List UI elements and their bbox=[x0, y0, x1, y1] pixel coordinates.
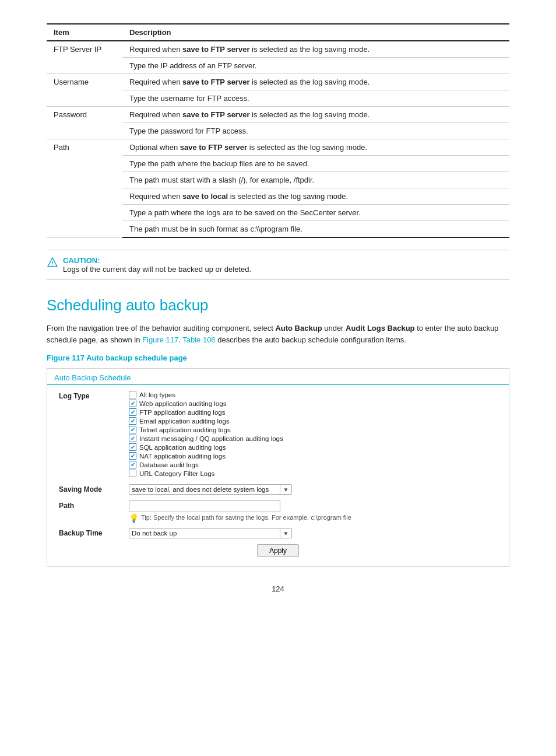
list-item[interactable]: ✔Email application auditing logs bbox=[129, 417, 497, 425]
table-desc-cell: Required when save to local is selected … bbox=[122, 188, 509, 205]
table-header-item: Item bbox=[47, 24, 122, 41]
table-desc-cell: Type the password for FTP access. bbox=[122, 123, 509, 139]
table-desc-cell: The path must start with a slash (/), fo… bbox=[122, 172, 509, 188]
list-item[interactable]: ✔Database audit logs bbox=[129, 461, 497, 468]
checkbox-label: All log types bbox=[139, 391, 175, 398]
checkbox-icon: ✔ bbox=[129, 461, 136, 468]
table-desc-cell: Type the IP address of an FTP server. bbox=[122, 58, 509, 74]
table-desc-cell: Optional when save to FTP server is sele… bbox=[122, 139, 509, 156]
figure-link[interactable]: Figure 117 bbox=[142, 335, 178, 344]
checkbox-icon bbox=[129, 470, 136, 477]
path-row: Path 💡 Tip: Specify the local path for s… bbox=[59, 501, 497, 522]
checkbox-label: URL Category Filter Logs bbox=[139, 470, 214, 477]
tip-label: Tip: Specify the local path for saving t… bbox=[141, 514, 351, 521]
table-row: UsernameRequired when save to FTP server… bbox=[47, 74, 509, 90]
checkbox-icon: ✔ bbox=[129, 452, 136, 460]
table-header-description: Description bbox=[122, 24, 509, 41]
section-body: From the navigation tree of the behavior… bbox=[47, 323, 509, 345]
caution-box: ! CAUTION: Logs of the current day will … bbox=[47, 250, 509, 280]
caution-icon: ! bbox=[47, 257, 58, 268]
table-desc-cell: Type the username for FTP access. bbox=[122, 90, 509, 107]
list-item[interactable]: ✔Web application auditing logs bbox=[129, 400, 497, 407]
checkbox-label: Database audit logs bbox=[139, 461, 199, 468]
figure-title: Figure 117 Auto backup schedule page bbox=[47, 354, 509, 362]
table-desc-cell: Type the path where the backup files are… bbox=[122, 156, 509, 172]
saving-mode-label: Saving Mode bbox=[59, 484, 129, 494]
backup-time-value: Do not back up bbox=[129, 528, 280, 538]
saving-mode-select[interactable]: save to local, and does not delete syste… bbox=[129, 484, 292, 495]
table-item-cell: Path bbox=[47, 139, 122, 238]
table-desc-cell: Required when save to FTP server is sele… bbox=[122, 74, 509, 90]
list-item[interactable]: ✔Instant messaging / QQ application audi… bbox=[129, 435, 497, 442]
log-type-label: Log Type bbox=[59, 391, 129, 400]
list-item[interactable]: ✔Telnet application auditing logs bbox=[129, 426, 497, 433]
list-item[interactable]: ✔NAT application auditing logs bbox=[129, 452, 497, 460]
checkbox-icon: ✔ bbox=[129, 443, 136, 451]
list-item[interactable]: ✔SQL application auditing logs bbox=[129, 443, 497, 451]
tip-text: 💡 Tip: Specify the local path for saving… bbox=[129, 514, 497, 522]
svg-text:!: ! bbox=[51, 261, 53, 267]
path-content: 💡 Tip: Specify the local path for saving… bbox=[129, 501, 497, 522]
table-item-cell: FTP Server IP bbox=[47, 41, 122, 74]
tip-icon: 💡 bbox=[129, 514, 139, 522]
saving-mode-row: Saving Mode save to local, and does not … bbox=[59, 484, 497, 495]
table-desc-cell: The path must be in such format as c:\\p… bbox=[122, 221, 509, 238]
checkbox-label: FTP application auditing logs bbox=[139, 409, 225, 416]
table-row: FTP Server IPRequired when save to FTP s… bbox=[47, 41, 509, 58]
table-desc-cell: Type a path where the logs are to be sav… bbox=[122, 205, 509, 221]
table-link[interactable]: Table 106 bbox=[182, 335, 215, 344]
backup-time-row: Backup Time Do not back up ▼ bbox=[59, 528, 497, 538]
checkbox-list: All log types✔Web application auditing l… bbox=[129, 391, 497, 477]
figure-box: Auto Backup Schedule Log Type All log ty… bbox=[47, 368, 509, 567]
saving-mode-value: save to local, and does not delete syste… bbox=[129, 485, 280, 494]
table-item-cell: Password bbox=[47, 107, 122, 139]
apply-row: Apply bbox=[59, 544, 497, 557]
checkbox-icon bbox=[129, 391, 136, 398]
list-item[interactable]: All log types bbox=[129, 391, 497, 398]
checkbox-icon: ✔ bbox=[129, 417, 136, 425]
apply-button[interactable]: Apply bbox=[257, 544, 299, 557]
description-table: Item Description FTP Server IPRequired w… bbox=[47, 23, 509, 238]
backup-time-label: Backup Time bbox=[59, 528, 129, 537]
caution-text: Logs of the current day will not be back… bbox=[63, 265, 251, 274]
table-desc-cell: Required when save to FTP server is sele… bbox=[122, 107, 509, 123]
path-label: Path bbox=[59, 501, 129, 510]
saving-mode-content: save to local, and does not delete syste… bbox=[129, 484, 497, 495]
checkbox-icon: ✔ bbox=[129, 426, 136, 433]
checkbox-label: Instant messaging / QQ application audit… bbox=[139, 435, 283, 442]
log-type-row: Log Type All log types✔Web application a… bbox=[59, 391, 497, 478]
table-desc-cell: Required when save to FTP server is sele… bbox=[122, 41, 509, 58]
section-heading: Scheduling auto backup bbox=[47, 296, 509, 314]
list-item[interactable]: URL Category Filter Logs bbox=[129, 470, 497, 477]
checkbox-label: Web application auditing logs bbox=[139, 400, 226, 407]
checkbox-label: NAT application auditing logs bbox=[139, 453, 226, 460]
log-type-content: All log types✔Web application auditing l… bbox=[129, 391, 497, 478]
checkbox-label: SQL application auditing logs bbox=[139, 444, 226, 451]
checkbox-icon: ✔ bbox=[129, 400, 136, 407]
page-number: 124 bbox=[47, 584, 509, 593]
table-item-cell: Username bbox=[47, 74, 122, 107]
checkbox-label: Telnet application auditing logs bbox=[139, 426, 231, 433]
checkbox-icon: ✔ bbox=[129, 408, 136, 416]
table-row: PathOptional when save to FTP server is … bbox=[47, 139, 509, 156]
list-item[interactable]: ✔FTP application auditing logs bbox=[129, 408, 497, 416]
figure-box-header: Auto Backup Schedule bbox=[47, 369, 509, 385]
caution-label: CAUTION: bbox=[63, 256, 100, 265]
backup-time-arrow-icon: ▼ bbox=[280, 529, 291, 538]
checkbox-icon: ✔ bbox=[129, 435, 136, 442]
backup-time-select[interactable]: Do not back up ▼ bbox=[129, 528, 292, 538]
saving-mode-arrow-icon: ▼ bbox=[280, 485, 291, 494]
checkbox-label: Email application auditing logs bbox=[139, 418, 230, 425]
path-input[interactable] bbox=[129, 501, 280, 512]
table-row: PasswordRequired when save to FTP server… bbox=[47, 107, 509, 123]
backup-time-content: Do not back up ▼ bbox=[129, 528, 497, 538]
